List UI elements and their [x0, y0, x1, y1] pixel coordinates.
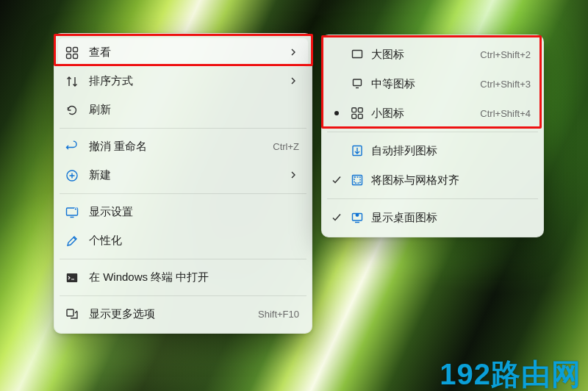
refresh-icon: [65, 104, 79, 117]
undo-icon: [65, 140, 79, 154]
chevron-right-icon: [289, 46, 299, 59]
svg-rect-13: [352, 114, 356, 118]
medium-icons-icon: [351, 77, 364, 90]
submenu-item-label: 将图标与网格对齐: [371, 173, 531, 187]
radio-dot-icon: [330, 111, 343, 115]
menu-item-new[interactable]: 新建: [58, 161, 308, 190]
submenu-item-accelerator: Ctrl+Shift+4: [480, 108, 531, 119]
svg-rect-7: [67, 273, 77, 282]
display-settings-icon: [65, 206, 79, 219]
menu-item-display-settings[interactable]: 显示设置: [58, 198, 308, 226]
menu-item-accelerator: Ctrl+Z: [273, 141, 299, 152]
submenu-item-auto-arrange[interactable]: 自动排列图标: [326, 136, 539, 165]
menu-separator: [327, 132, 538, 132]
submenu-item-small-icons[interactable]: 小图标 Ctrl+Shift+4: [326, 98, 539, 128]
sort-icon: [65, 75, 79, 88]
chevron-right-icon: [289, 75, 299, 87]
svg-rect-11: [352, 108, 356, 112]
submenu-item-large-icons[interactable]: 大图标 Ctrl+Shift+2: [326, 40, 539, 69]
show-desktop-icon: [351, 211, 364, 224]
watermark-text: 192路由网: [440, 354, 581, 391]
menu-item-label: 撤消 重命名: [89, 140, 262, 154]
context-menu: 查看 排序方式 刷新 撤消 重命名 Ctrl: [54, 33, 312, 334]
svg-rect-12: [358, 108, 362, 112]
menu-item-label: 显示设置: [89, 205, 299, 219]
menu-item-label: 查看: [89, 46, 279, 60]
menu-separator: [60, 295, 306, 296]
align-grid-icon: [351, 173, 364, 187]
svg-rect-2: [67, 54, 71, 58]
menu-separator: [60, 259, 306, 259]
menu-item-label: 刷新: [89, 103, 299, 117]
svg-point-19: [356, 213, 359, 217]
menu-item-label: 新建: [89, 168, 279, 182]
svg-rect-10: [354, 79, 362, 86]
desktop-background: 查看 排序方式 刷新 撤消 重命名 Ctrl: [0, 0, 588, 391]
chevron-right-icon: [289, 169, 299, 182]
small-icons-icon: [351, 107, 364, 120]
svg-rect-8: [67, 309, 74, 316]
menu-item-label: 个性化: [89, 234, 299, 248]
svg-rect-1: [74, 47, 78, 51]
submenu-item-align-to-grid[interactable]: 将图标与网格对齐: [326, 165, 539, 195]
menu-item-accelerator: Shift+F10: [258, 309, 299, 320]
auto-arrange-icon: [351, 144, 364, 157]
submenu-item-medium-icons[interactable]: 中等图标 Ctrl+Shift+3: [326, 69, 539, 98]
personalize-icon: [65, 234, 79, 248]
submenu-item-accelerator: Ctrl+Shift+3: [480, 79, 531, 90]
svg-rect-14: [358, 114, 362, 118]
menu-item-refresh[interactable]: 刷新: [58, 96, 308, 124]
svg-rect-0: [67, 47, 71, 51]
grid-icon: [65, 46, 79, 60]
submenu-item-label: 小图标: [371, 107, 473, 121]
menu-separator: [60, 193, 306, 194]
terminal-icon: [65, 271, 79, 284]
submenu-item-accelerator: Ctrl+Shift+2: [480, 49, 531, 60]
svg-rect-9: [353, 51, 362, 58]
menu-item-label: 显示更多选项: [89, 307, 248, 321]
submenu-item-label: 显示桌面图标: [371, 211, 531, 225]
more-options-icon: [65, 308, 79, 321]
new-icon: [65, 169, 79, 182]
menu-item-sort[interactable]: 排序方式: [58, 67, 308, 96]
menu-item-view[interactable]: 查看: [58, 38, 308, 67]
menu-item-more-options[interactable]: 显示更多选项 Shift+F10: [58, 300, 308, 329]
menu-separator: [327, 198, 538, 199]
checkmark-icon: [330, 175, 343, 185]
submenu-item-show-desktop-icons[interactable]: 显示桌面图标: [326, 203, 539, 232]
view-submenu: 大图标 Ctrl+Shift+2 中等图标 Ctrl+Shift+3 小图标 C…: [321, 35, 544, 237]
menu-item-undo[interactable]: 撤消 重命名 Ctrl+Z: [58, 132, 308, 161]
menu-item-terminal[interactable]: 在 Windows 终端 中打开: [58, 263, 308, 292]
svg-rect-3: [74, 54, 78, 58]
menu-item-label: 排序方式: [89, 74, 279, 88]
menu-separator: [60, 128, 306, 129]
menu-item-personalize[interactable]: 个性化: [58, 226, 308, 255]
svg-rect-17: [354, 177, 360, 183]
large-icons-icon: [351, 48, 364, 61]
submenu-item-label: 中等图标: [371, 77, 473, 91]
submenu-item-label: 大图标: [371, 48, 473, 62]
checkmark-icon: [330, 212, 343, 223]
submenu-item-label: 自动排列图标: [371, 144, 531, 158]
menu-item-label: 在 Windows 终端 中打开: [89, 270, 299, 284]
